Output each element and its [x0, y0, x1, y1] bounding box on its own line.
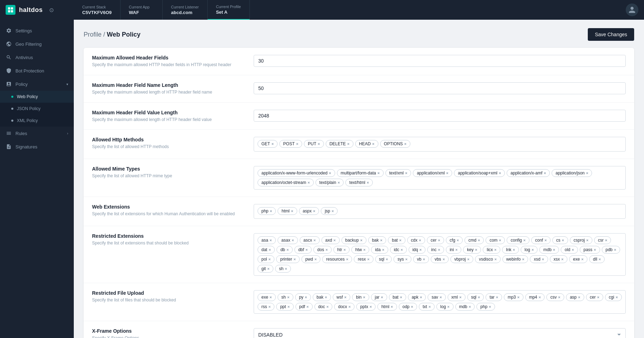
tag-remove[interactable]: × — [349, 305, 351, 309]
tag[interactable]: rss× — [258, 303, 274, 311]
tag-remove[interactable]: × — [399, 238, 401, 242]
tag[interactable]: vbproj× — [450, 255, 473, 263]
tag-remove[interactable]: × — [475, 248, 477, 252]
tag[interactable]: csproj× — [570, 236, 592, 244]
tag-remove[interactable]: × — [553, 248, 555, 252]
tag-remove[interactable]: × — [381, 295, 383, 299]
save-changes-button[interactable]: Save Changes — [588, 28, 634, 41]
tag[interactable]: printer× — [276, 255, 299, 263]
tag[interactable]: idc× — [390, 246, 407, 254]
sidebar-item-settings[interactable]: Settings — [0, 24, 74, 37]
tag-remove[interactable]: × — [440, 295, 442, 299]
tag-remove[interactable]: × — [285, 267, 287, 271]
tag-remove[interactable]: × — [287, 295, 289, 299]
sidebar-item-geo-filtering[interactable]: Geo Filtering — [0, 37, 74, 51]
tag[interactable]: mp3× — [504, 293, 523, 301]
max-header-field-value-length-input[interactable] — [254, 110, 626, 122]
tag[interactable]: OPTIONS× — [380, 140, 410, 148]
tag[interactable]: webinfo× — [502, 255, 528, 263]
tag-remove[interactable]: × — [386, 257, 388, 261]
tab-current-listener[interactable]: Current Listener abcd.com — [163, 0, 208, 20]
tag[interactable]: aspx× — [299, 207, 319, 215]
tag-remove[interactable]: × — [429, 305, 431, 309]
user-avatar[interactable] — [626, 4, 638, 16]
tag-remove[interactable]: × — [597, 295, 599, 299]
tag-remove[interactable]: × — [372, 142, 374, 146]
tag-remove[interactable]: × — [586, 171, 588, 175]
tag-remove[interactable]: × — [467, 257, 469, 261]
tag-remove[interactable]: × — [419, 248, 422, 252]
tag[interactable]: cs× — [552, 236, 568, 244]
tag-remove[interactable]: × — [594, 248, 596, 252]
topbar-settings-icon[interactable]: ⊙ — [49, 7, 54, 13]
tag-remove[interactable]: × — [268, 257, 271, 261]
tag[interactable]: cmd× — [464, 236, 484, 244]
tag-remove[interactable]: × — [544, 171, 546, 175]
tag[interactable]: mp4× — [525, 293, 545, 301]
tag-remove[interactable]: × — [496, 295, 498, 299]
tag-remove[interactable]: × — [532, 248, 534, 252]
tag[interactable]: cer× — [586, 293, 603, 301]
tag-remove[interactable]: × — [380, 238, 382, 242]
tag[interactable]: html× — [278, 207, 297, 215]
tag[interactable]: application/x-amf× — [507, 169, 550, 177]
tag[interactable]: cgi× — [605, 293, 622, 301]
tag[interactable]: pol× — [258, 255, 274, 263]
tag[interactable]: resx× — [354, 255, 373, 263]
tag-remove[interactable]: × — [269, 248, 271, 252]
tag[interactable]: mdb× — [455, 303, 475, 311]
tag[interactable]: bak× — [313, 293, 331, 301]
tag-remove[interactable]: × — [447, 305, 449, 309]
tag[interactable]: pdf× — [295, 303, 313, 311]
restricted-extensions-tags[interactable]: asa×asax×ascx×axd×backup×bak×bat×cdx×cer… — [254, 233, 626, 276]
tag[interactable]: pptx× — [356, 303, 376, 311]
tag[interactable]: exe× — [569, 255, 587, 263]
tag[interactable]: sql× — [375, 255, 392, 263]
tag-remove[interactable]: × — [269, 238, 272, 242]
tab-current-app[interactable]: Current App WAF — [121, 0, 163, 20]
tag-remove[interactable]: × — [382, 248, 384, 252]
tag[interactable]: com× — [486, 236, 505, 244]
tag-remove[interactable]: × — [305, 295, 307, 299]
tag-remove[interactable]: × — [344, 248, 346, 252]
allowed-mime-types-tags[interactable]: application/x-www-form-urlencoded×multip… — [254, 166, 626, 190]
tag-remove[interactable]: × — [545, 238, 547, 242]
tag[interactable]: application/octet-stream× — [258, 179, 314, 186]
tag-remove[interactable]: × — [405, 257, 407, 261]
tag[interactable]: tar× — [486, 293, 502, 301]
tag[interactable]: multipart/form-data× — [337, 169, 384, 177]
tag[interactable]: text/plain× — [316, 179, 344, 186]
tag[interactable]: GET× — [258, 140, 278, 148]
tag[interactable]: htw× — [351, 246, 369, 254]
tag-remove[interactable]: × — [404, 142, 406, 146]
tag[interactable]: sh× — [275, 265, 291, 273]
tag[interactable]: doc× — [314, 303, 333, 311]
tag[interactable]: log× — [436, 303, 453, 311]
tag-remove[interactable]: × — [562, 238, 564, 242]
tag[interactable]: git× — [258, 265, 273, 273]
tab-current-stack[interactable]: Current Stack C5VTKFV6O9 — [74, 0, 121, 20]
tag-remove[interactable]: × — [347, 142, 349, 146]
tag[interactable]: vb× — [413, 255, 429, 263]
tag[interactable]: dat× — [258, 246, 275, 254]
tag-remove[interactable]: × — [314, 257, 317, 261]
tag-remove[interactable]: × — [326, 305, 328, 309]
allowed-http-methods-tags[interactable]: GET×POST×PUT×DELETE×HEAD×OPTIONS× — [254, 137, 626, 152]
tag-remove[interactable]: × — [605, 238, 607, 242]
tag[interactable]: HEAD× — [355, 140, 378, 148]
tag-remove[interactable]: × — [489, 305, 491, 309]
tag[interactable]: licx× — [483, 246, 500, 254]
sidebar-item-bot-protection[interactable]: Bot Protection — [0, 64, 74, 77]
tag[interactable]: sav× — [428, 293, 445, 301]
tag[interactable]: xml× — [448, 293, 466, 301]
tag-remove[interactable]: × — [599, 257, 601, 261]
tag-remove[interactable]: × — [423, 257, 425, 261]
tag-remove[interactable]: × — [293, 257, 295, 261]
tag-remove[interactable]: × — [522, 257, 524, 261]
tag-remove[interactable]: × — [313, 238, 316, 242]
tag-remove[interactable]: × — [614, 248, 616, 252]
tag[interactable]: sql× — [467, 293, 484, 301]
tag[interactable]: mdb× — [539, 246, 559, 254]
tag[interactable]: vsdisco× — [475, 255, 500, 263]
tag[interactable]: dll× — [589, 255, 605, 263]
